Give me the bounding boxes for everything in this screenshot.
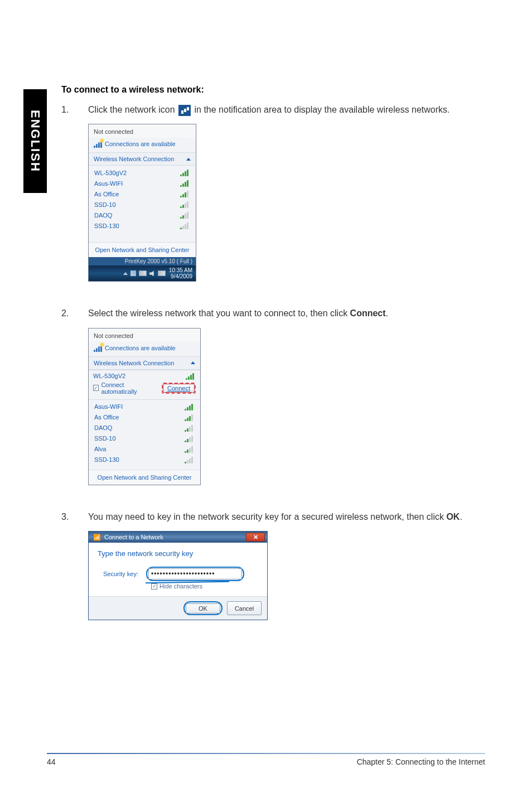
connect-auto-checkbox[interactable]: ✓ [93,385,99,391]
step-3-text: You may need to key in the network secur… [88,511,496,523]
open-network-sharing-link-2[interactable]: Open Network and Sharing Center [98,474,192,481]
security-key-input[interactable] [148,568,242,579]
wifi-bars-icon [94,344,103,352]
network-name: As Office [94,191,119,197]
signal-icon [180,211,190,219]
dialog-icon: 📶 [93,534,101,541]
network-name: Asus-WIFI [94,403,123,410]
step-1-number: 1. [61,104,71,116]
taskbar: 10:35 AM 9/4/2009 [89,265,196,281]
hide-characters-row[interactable]: ✓ Hide characters [151,583,258,590]
network-name: WL-530gV2 [94,170,127,176]
language-label: ENGLISH [28,110,42,172]
step-1-text-b: in the notification area to display the … [195,105,450,114]
wifi-flyout-1: Not connected Connections are available … [88,124,196,282]
network-item[interactable]: Alva [89,444,200,455]
network-name: As Office [94,414,119,421]
network-item[interactable]: Asus-WIFI [89,402,200,412]
network-name: Alva [94,446,106,452]
security-key-label: Security key: [103,571,138,577]
signal-icon [180,169,190,176]
network-item[interactable]: SSD-10 [89,433,200,444]
connections-available-2: Connections are available [89,342,200,356]
network-item[interactable]: As Office [89,189,196,199]
step-2-text-b: . [386,308,388,318]
network-name: SSD-10 [94,201,116,208]
language-tab: ENGLISH [23,89,47,193]
network-name: DAOQ [94,212,112,219]
tray-icons [123,270,166,276]
close-button[interactable]: ✕ [246,533,265,542]
printkey-tooltip: PrintKey 2000 v5.10 ( Full ) [89,257,196,265]
section-heading: To connect to a wireless network: [61,85,496,95]
hide-characters-checkbox[interactable]: ✓ [151,583,157,590]
connect-button-label: Connect [167,385,190,392]
tray-speaker-icon[interactable] [149,270,155,276]
wireless-section-title[interactable]: Wireless Network Connection [89,152,196,166]
network-item[interactable]: SSD-10 [89,199,196,210]
signal-icon [185,446,195,453]
step-2-text-a: Select the wireless network that you wan… [88,308,350,318]
wireless-section-label: Wireless Network Connection [94,156,174,162]
selected-network-row[interactable]: WL-530gV2 ✓ Connect automatically Connec… [89,370,200,400]
tray-flag-icon[interactable] [139,270,147,276]
step-2-number: 2. [61,307,71,320]
ok-button[interactable]: OK [186,603,220,613]
caret-up-icon [186,158,191,161]
dialog-title-text: Connect to a Network [104,534,163,540]
dialog-heading: Type the network security key [98,549,258,558]
step-3-text-b: . [460,512,462,521]
connect-button[interactable]: Connect [163,384,195,393]
security-key-highlight [146,567,244,581]
dialog-titlebar: 📶 Connect to a Network ✕ [89,532,267,543]
caret-up-icon [191,361,195,364]
signal-icon [185,424,195,432]
step-2: 2. Select the wireless network that you … [61,307,496,320]
connect-network-dialog: 📶 Connect to a Network ✕ Type the networ… [88,531,268,620]
tray-action-icon[interactable] [158,270,166,276]
wireless-section-title-2[interactable]: Wireless Network Connection [89,356,200,370]
signal-icon [180,180,190,187]
network-item[interactable]: As Office [89,412,200,423]
step-3-bold: OK [446,512,460,521]
tray-network-icon[interactable] [130,270,136,276]
wifi-bars-icon [94,140,103,148]
hide-characters-label: Hide characters [159,583,202,590]
tray-caret-icon[interactable] [123,272,128,275]
open-network-sharing-2[interactable]: Open Network and Sharing Center [89,470,200,485]
step-3-text-a: You may need to key in the network secur… [88,512,446,521]
page-number: 44 [47,757,56,766]
network-tray-icon [178,105,191,116]
network-name: SSD-130 [94,223,119,229]
open-network-sharing-link[interactable]: Open Network and Sharing Center [95,247,190,253]
network-name: SSD-10 [94,435,116,442]
status-disconnected-2: Not connected [89,328,200,342]
network-item[interactable]: DAOQ [89,423,200,433]
network-name: DAOQ [94,424,112,431]
network-item[interactable]: WL-530gV2 [89,167,196,178]
cancel-button[interactable]: Cancel [227,601,262,615]
signal-icon [185,456,195,463]
wifi-flyout-2: Not connected Connections are available … [88,328,201,485]
step-2-bold: Connect [350,308,386,318]
step-2-text: Select the wireless network that you wan… [88,307,496,320]
step-3: 3. You may need to key in the network se… [61,511,496,523]
wireless-section-2-label: Wireless Network Connection [94,360,174,366]
network-item[interactable]: SSD-130 [89,455,200,465]
network-item[interactable]: Asus-WIFI [89,178,196,189]
open-network-sharing[interactable]: Open Network and Sharing Center [89,242,196,257]
signal-icon [186,373,196,380]
tray-date: 9/4/2009 [169,273,192,279]
step-1: 1. Click the network icon in the notific… [61,104,496,116]
tray-clock[interactable]: 10:35 AM 9/4/2009 [169,267,192,279]
step-3-number: 3. [61,511,71,523]
signal-icon [185,414,195,421]
network-name: Asus-WIFI [94,180,123,187]
network-item[interactable]: SSD-130 [89,220,196,231]
tray-time: 10:35 AM [169,267,192,273]
connections-available: Connections are available [89,138,196,152]
connections-available-label: Connections are available [105,141,176,147]
network-item[interactable]: DAOQ [89,210,196,220]
network-name: SSD-130 [94,456,119,463]
step-1-text-a: Click the network icon [88,105,177,114]
